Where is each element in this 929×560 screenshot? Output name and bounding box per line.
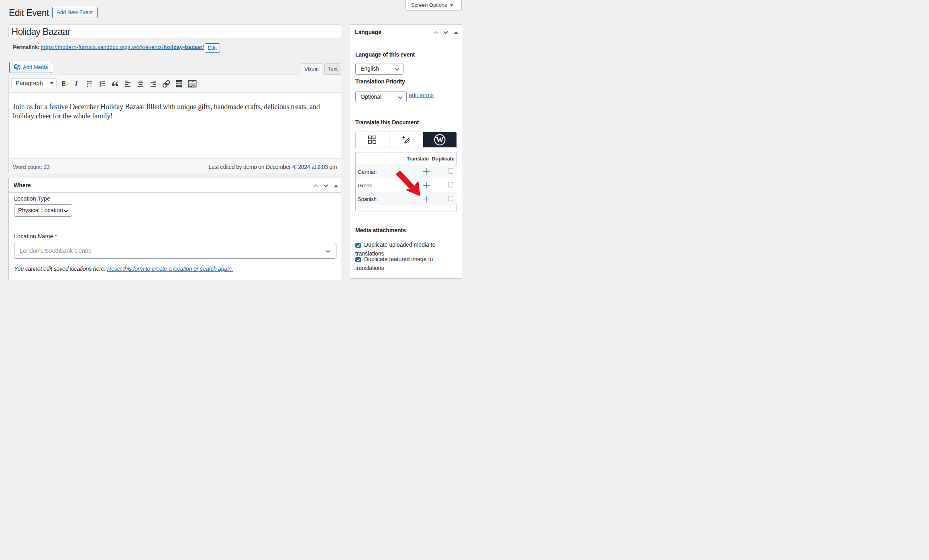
svg-text:3: 3 xyxy=(100,85,101,87)
svg-text:W: W xyxy=(436,136,444,144)
